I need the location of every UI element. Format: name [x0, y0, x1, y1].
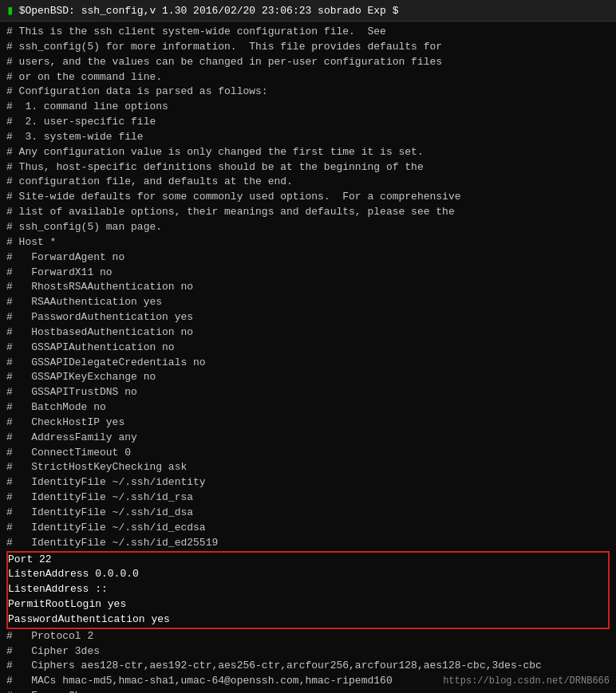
code-line: # ssh_config(5) for more information. Th…	[6, 40, 610, 55]
code-line: # IdentityFile ~/.ssh/id_rsa	[6, 490, 610, 506]
highlighted-block: Port 22ListenAddress 0.0.0.0ListenAddres…	[6, 551, 610, 629]
code-line: # IdentityFile ~/.ssh/id_dsa	[6, 506, 610, 521]
code-line: # Protocol 2	[6, 629, 610, 644]
title-icon: ▮	[6, 2, 14, 18]
code-line: # GSSAPIDelegateCredentials no	[6, 356, 610, 371]
code-line: # Host *	[6, 235, 610, 250]
code-line: # GSSAPIKeyExchange no	[6, 370, 610, 385]
code-line: # This is the ssh client system-wide con…	[6, 25, 610, 40]
code-line: # configuration file, and defaults at th…	[6, 175, 610, 190]
highlighted-line: PermitRootLogin yes	[8, 597, 608, 612]
code-line: # RhostsRSAAuthentication no	[6, 280, 610, 295]
code-line: # IdentityFile ~/.ssh/identity	[6, 475, 610, 490]
code-line: # 3. system-wide file	[6, 130, 610, 145]
code-line: # BatchMode no	[6, 400, 610, 415]
code-line: # ssh_config(5) man page.	[6, 220, 610, 235]
code-line: # GSSAPITrustDNS no	[6, 385, 610, 400]
highlighted-line: Port 22	[8, 553, 608, 568]
code-line: # AddressFamily any	[6, 431, 610, 446]
code-line: # users, and the values can be changed i…	[6, 55, 610, 70]
code-line: # Cipher 3des	[6, 644, 610, 660]
code-line: # or on the command line.	[6, 70, 610, 85]
code-line: # PasswordAuthentication yes	[6, 310, 610, 325]
code-line: # Site-wide defaults for some commonly u…	[6, 190, 610, 205]
title-bar: ▮ $OpenBSD: ssh_config,v 1.30 2016/02/20…	[0, 0, 616, 22]
code-line: # Any configuration value is only change…	[6, 145, 610, 160]
code-line: # HostbasedAuthentication no	[6, 325, 610, 341]
code-line: # 1. command line options	[6, 100, 610, 115]
code-line: # StrictHostKeyChecking ask	[6, 460, 610, 475]
highlighted-line: ListenAddress 0.0.0.0	[8, 567, 608, 582]
code-line: # list of available options, their meani…	[6, 205, 610, 220]
highlighted-line: ListenAddress ::	[8, 582, 608, 597]
content-area: # This is the ssh client system-wide con…	[0, 22, 616, 693]
code-line: # GSSAPIAuthentication no	[6, 341, 610, 356]
highlighted-line: PasswordAuthentication yes	[8, 612, 608, 628]
code-line: # Configuration data is parsed as follow…	[6, 85, 610, 100]
code-line: # RSAAuthentication yes	[6, 295, 610, 310]
code-line: # Ciphers aes128-ctr,aes192-ctr,aes256-c…	[6, 659, 610, 674]
code-line: # IdentityFile ~/.ssh/id_ecdsa	[6, 521, 610, 536]
code-line: # Thus, host-specific definitions should…	[6, 160, 610, 175]
code-line: # ConnectTimeout 0	[6, 446, 610, 461]
code-block: # This is the ssh client system-wide con…	[6, 25, 610, 693]
code-line: # ForwardX11 no	[6, 266, 610, 281]
code-line: # EscapeChar ~	[6, 689, 610, 693]
code-line: # IdentityFile ~/.ssh/id_ed25519	[6, 536, 610, 551]
code-line: # 2. user-specific file	[6, 115, 610, 130]
title-text: $OpenBSD: ssh_config,v 1.30 2016/02/20 2…	[19, 5, 399, 17]
code-line: # CheckHostIP yes	[6, 415, 610, 431]
code-line: # ForwardAgent no	[6, 250, 610, 266]
watermark: https://blog.csdn.net/DRNB666	[443, 675, 610, 687]
